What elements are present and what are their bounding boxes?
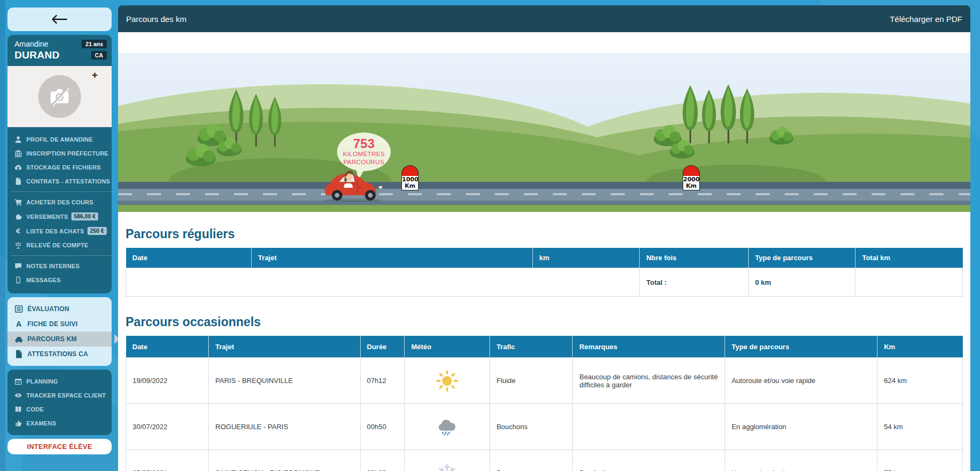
sidebar-item-profil-de-amandine[interactable]: PROFIL DE AMANDINE bbox=[8, 133, 112, 146]
menu-item-label: PLANNING bbox=[26, 378, 58, 385]
km-total-value: 753 bbox=[353, 137, 375, 150]
cell-km: 624 km bbox=[877, 358, 962, 404]
student-card: Amandine DURAND 21 ans CA + PROF bbox=[8, 35, 112, 293]
column-header-date: Date bbox=[126, 336, 209, 358]
cell-duree: 09h29 bbox=[360, 450, 405, 471]
cell-km: 75 km bbox=[877, 450, 962, 471]
age-badge: 21 ans bbox=[82, 40, 107, 48]
column-header-km: km bbox=[532, 248, 640, 268]
occasional-routes-table: DateTrajetDuréeMétéoTraficRemarquesType … bbox=[126, 336, 963, 471]
sidebar-item-planning[interactable]: PLANNING bbox=[8, 374, 112, 388]
cart-icon bbox=[14, 198, 22, 206]
menu-item-label: ACHETER DES COURS bbox=[26, 199, 93, 205]
cell-date: 05/05/2021 bbox=[126, 450, 209, 471]
column-header-trajet: Trajet bbox=[209, 336, 360, 358]
file-icon bbox=[14, 178, 22, 185]
sidebar-item-acheter-des-cours[interactable]: ACHETER DES COURS bbox=[8, 195, 112, 209]
sidebar-item-releve-de-compte[interactable]: RELEVÉ DE COMPTE bbox=[8, 238, 112, 252]
menu-item-label: INSCRIPTION PRÉFECTURE bbox=[26, 150, 108, 157]
thumbs-up-icon bbox=[14, 420, 22, 427]
student-interface-button[interactable]: INTERFACE ÉLÈVE bbox=[8, 439, 112, 454]
bank-icon bbox=[14, 150, 22, 157]
column-header-km: Km bbox=[877, 336, 962, 358]
cell-duree: 00h50 bbox=[360, 404, 405, 450]
menu-badge: 586,00 € bbox=[71, 212, 99, 220]
sidebar-item-examens[interactable]: EXAMENS bbox=[8, 416, 112, 430]
letter-a-icon: A bbox=[14, 320, 23, 328]
column-header-type-de-parcours: Type de parcours bbox=[748, 248, 855, 268]
cell-type: En agglomération bbox=[725, 404, 877, 450]
scales-icon bbox=[14, 241, 22, 249]
eye-icon bbox=[14, 392, 22, 399]
sidebar-item-attestations-ca[interactable]: ATTESTATIONS CA bbox=[8, 347, 112, 362]
sidebar-item-versements[interactable]: VERSEMENTS586,00 € bbox=[8, 209, 112, 224]
bush bbox=[216, 135, 243, 158]
sidebar-menu-student: ÉVALUATIONAFICHE DE SUIVIPARCOURS KMATTE… bbox=[8, 297, 112, 366]
table-row: 05/05/2021SAINT-GENOU - RIO ZORMONE09h29… bbox=[126, 450, 963, 471]
bush bbox=[769, 124, 794, 146]
cell-remarques: Beaucoup de camions, distances de sécuri… bbox=[573, 358, 725, 404]
cell-type: Hors agglomération bbox=[725, 450, 877, 471]
download-pdf-link[interactable]: Télécharger en PDF bbox=[890, 14, 962, 24]
sidebar-item-messages[interactable]: MESSAGES bbox=[8, 273, 112, 287]
car-icon bbox=[14, 335, 23, 343]
section-title-regular: Parcours réguliers bbox=[126, 227, 963, 241]
sidebar-item-liste-des-achats[interactable]: €LISTE DES ACHATS250 € bbox=[8, 224, 112, 238]
student-last-name: DURAND bbox=[14, 49, 60, 61]
column-header-remarques: Remarques bbox=[573, 336, 725, 358]
sidebar-item-parcours-km[interactable]: PARCOURS KM bbox=[8, 332, 112, 347]
table-header-row: DateTrajetkmNbre foisType de parcoursTot… bbox=[126, 248, 963, 268]
page-header-bar: Parcours des km Télécharger en PDF bbox=[118, 5, 970, 32]
sidebar-item-contrats-attestations[interactable]: CONTRATS - ATTESTATIONS bbox=[8, 174, 112, 188]
sidebar-item-evaluation[interactable]: ÉVALUATION bbox=[8, 301, 112, 317]
cell-meteo bbox=[405, 358, 490, 404]
section-title-occasional: Parcours occasionnels bbox=[126, 315, 963, 329]
menu-item-label: ÉVALUATION bbox=[27, 305, 69, 313]
rain-cloud-icon bbox=[436, 416, 458, 438]
column-header-total-km: Total km bbox=[855, 248, 963, 268]
calendar-icon bbox=[14, 378, 22, 385]
sidebar-item-code[interactable]: CODE bbox=[8, 402, 112, 416]
camera-off-icon bbox=[47, 84, 72, 109]
collapse-sidebar-button[interactable] bbox=[8, 8, 112, 31]
sidebar-item-stockage-de-fichiers[interactable]: STOCKAGE DE FICHIERS bbox=[8, 160, 112, 174]
menu-item-label: LISTE DES ACHATS bbox=[26, 228, 84, 234]
cell-trafic: Fluide bbox=[490, 358, 573, 404]
license-badge: CA bbox=[91, 51, 107, 60]
main-area: Parcours des km Télécharger en PDF bbox=[118, 5, 970, 471]
menu-item-label: TRACKER ESPACE CLIENT bbox=[26, 392, 106, 399]
cell-km: 54 km bbox=[877, 404, 962, 450]
student-first-name: Amandine bbox=[14, 40, 60, 49]
cell-date: 30/07/2022 bbox=[126, 404, 209, 450]
table-row: 30/07/2022ROGUERIULE - PARIS00h50Bouchon… bbox=[126, 404, 963, 450]
total-value: 0 km bbox=[748, 268, 855, 297]
sidebar-item-fiche-de-suivi[interactable]: AFICHE DE SUIVI bbox=[8, 317, 112, 332]
sidebar: Amandine DURAND 21 ans CA + PROF bbox=[8, 8, 112, 454]
milestone-sign-2000: 2000 Km bbox=[683, 165, 700, 190]
sidebar-menu-tools: PLANNINGTRACKER ESPACE CLIENTCODEEXAMENS bbox=[8, 370, 112, 435]
student-photo-area: + bbox=[8, 66, 112, 127]
km-illustration: 1000 Km 2000 Km 753 KILOMÈTRES PARCOURUS bbox=[118, 53, 970, 212]
sidebar-item-inscription-prefecture[interactable]: INSCRIPTION PRÉFECTURE bbox=[8, 146, 112, 160]
poplar-tree bbox=[265, 96, 284, 148]
person-icon bbox=[14, 136, 22, 143]
cell-trajet: PARIS - BREQUINVILLE bbox=[209, 358, 360, 404]
regular-routes-table: DateTrajetkmNbre foisType de parcoursTot… bbox=[126, 248, 963, 297]
cloud-upload-icon bbox=[14, 164, 22, 171]
file-icon bbox=[14, 350, 23, 358]
menu-item-label: FICHE DE SUIVI bbox=[27, 320, 77, 328]
sidebar-item-tracker-espace-client[interactable]: TRACKER ESPACE CLIENT bbox=[8, 388, 112, 402]
menu-item-label: PARCOURS KM bbox=[27, 335, 77, 343]
left-arrow-icon bbox=[52, 15, 68, 24]
menu-divider bbox=[11, 255, 112, 256]
cell-trajet: SAINT-GENOU - RIO ZORMONE bbox=[209, 450, 360, 471]
menu-item-label: MESSAGES bbox=[26, 277, 61, 283]
add-photo-button[interactable]: + bbox=[92, 69, 98, 81]
red-car bbox=[321, 169, 385, 202]
sidebar-menu-primary: PROFIL DE AMANDINEINSCRIPTION PRÉFECTURE… bbox=[8, 127, 112, 293]
menu-item-label: ATTESTATIONS CA bbox=[27, 350, 88, 358]
sidebar-item-notes-internes[interactable]: NOTES INTERNES bbox=[8, 259, 112, 273]
poplar-tree bbox=[698, 89, 720, 144]
cell-remarques bbox=[573, 404, 725, 450]
milestone-dome bbox=[401, 165, 419, 176]
